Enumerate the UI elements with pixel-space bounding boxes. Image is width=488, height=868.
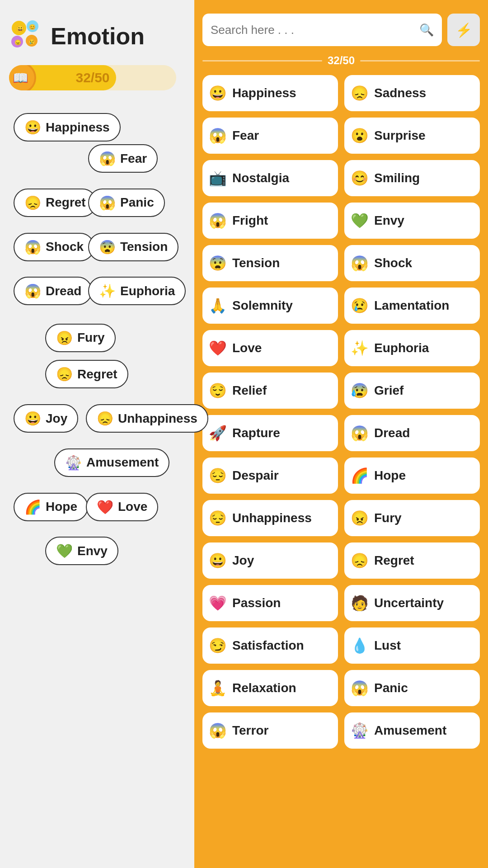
emotion-card[interactable]: 😱Terror — [202, 712, 338, 749]
emotion-card[interactable]: 🌈Hope — [344, 458, 480, 494]
left-panel: 😀 😊 😠 😢 Emotion 📖 32/50 😀Happiness😱Fear😞… — [0, 0, 194, 868]
emotion-emoji: 📺 — [209, 170, 227, 187]
word-chip[interactable]: 😞Regret — [14, 189, 97, 217]
emotion-card[interactable]: 🎡Amusement — [344, 712, 480, 749]
emotion-emoji: 😱 — [351, 255, 369, 272]
emotion-card[interactable]: 😔Unhappiness — [202, 500, 338, 536]
emotion-label: Happiness — [232, 86, 296, 100]
emotion-label: Panic — [374, 681, 408, 695]
emotion-emoji: 💗 — [209, 594, 227, 612]
emotion-emoji: 😀 — [209, 85, 227, 102]
emotion-card[interactable]: 😨Tension — [202, 245, 338, 281]
word-chip-emoji: ✨ — [99, 283, 116, 299]
word-chip-label: Regret — [77, 367, 117, 382]
word-chip[interactable]: 😱Shock — [14, 233, 94, 261]
emotion-card[interactable]: 🧘Relaxation — [202, 670, 338, 706]
word-chip[interactable]: 😠Fury — [45, 324, 116, 352]
emotion-emoji: 🙏 — [209, 297, 227, 314]
svg-text:😊: 😊 — [29, 24, 36, 30]
search-icon[interactable]: 🔍 — [419, 23, 434, 37]
emotion-card[interactable]: 😰Grief — [344, 373, 480, 409]
emotion-emoji: 😌 — [209, 382, 227, 399]
emotion-card[interactable]: 🧑Uncertainty — [344, 585, 480, 621]
word-chip[interactable]: 😀Joy — [14, 404, 78, 433]
emotion-label: Uncertainty — [374, 596, 444, 610]
svg-text:😢: 😢 — [28, 38, 35, 45]
emotion-card[interactable]: 😔Despair — [202, 458, 338, 494]
emotion-label: Lust — [374, 638, 401, 653]
emotion-emoji: ❤️ — [209, 340, 227, 357]
progress-text: 32/50 — [9, 70, 176, 85]
emotion-card[interactable]: 😱Fear — [202, 118, 338, 154]
word-chip[interactable]: ❤️Love — [86, 493, 158, 521]
emotion-card[interactable]: 🚀Rapture — [202, 415, 338, 451]
emotion-card[interactable]: 📺Nostalgia — [202, 160, 338, 196]
emotion-card[interactable]: ✨Euphoria — [344, 330, 480, 366]
word-chip[interactable]: 😀Happiness — [14, 113, 121, 142]
emotion-card[interactable]: 💗Passion — [202, 585, 338, 621]
emotion-emoji: 😞 — [351, 552, 369, 569]
emotion-emoji: 😀 — [209, 552, 227, 569]
search-row: 🔍 ⚡ — [202, 14, 480, 46]
counter-line-right — [360, 60, 480, 61]
emotion-label: Fright — [232, 213, 268, 228]
emotion-emoji: 😞 — [351, 85, 369, 102]
counter-row: 32/50 — [202, 54, 480, 67]
search-input-wrapper[interactable]: 🔍 — [202, 14, 442, 46]
search-input[interactable] — [211, 23, 419, 37]
app-logo: 😀 😊 😠 😢 — [9, 18, 45, 54]
emotion-card[interactable]: 😢Lamentation — [344, 288, 480, 324]
word-chip[interactable]: 😱Dread — [14, 277, 92, 305]
emotion-emoji: 😊 — [351, 170, 369, 187]
emotion-card[interactable]: ❤️Love — [202, 330, 338, 366]
word-chip[interactable]: 😱Panic — [88, 189, 165, 217]
emotion-emoji: 😰 — [351, 382, 369, 399]
emotion-card[interactable]: 🙏Solemnity — [202, 288, 338, 324]
emotion-card[interactable]: 😊Smiling — [344, 160, 480, 196]
word-chip-emoji: 😱 — [99, 195, 116, 211]
emotion-card[interactable]: 💧Lust — [344, 627, 480, 664]
filter-button[interactable]: ⚡ — [447, 14, 480, 46]
emotion-card[interactable]: 😠Fury — [344, 500, 480, 536]
emotion-card[interactable]: 😌Relief — [202, 373, 338, 409]
emotion-card[interactable]: 😱Panic — [344, 670, 480, 706]
app-title: Emotion — [51, 23, 145, 50]
word-chip-label: Fury — [77, 330, 105, 345]
emotion-card[interactable]: 😱Fright — [202, 203, 338, 239]
emotion-card[interactable]: 😱Shock — [344, 245, 480, 281]
emotion-card[interactable]: 😏Satisfaction — [202, 627, 338, 664]
word-chip-emoji: ❤️ — [97, 499, 113, 515]
emotion-emoji: 😔 — [209, 467, 227, 484]
emotions-grid: 😀Happiness😞Sadness😱Fear😮Surprise📺Nostalg… — [202, 75, 480, 749]
emotion-label: Solemnity — [232, 298, 293, 313]
emotion-emoji: 😱 — [209, 127, 227, 144]
emotion-label: Grief — [374, 383, 404, 398]
emotion-card[interactable]: 😞Regret — [344, 542, 480, 579]
emotion-label: Unhappiness — [232, 511, 312, 525]
emotion-emoji: 😱 — [209, 722, 227, 739]
word-chip[interactable]: 😞Unhappiness — [86, 404, 208, 433]
word-chip[interactable]: 😞Regret — [45, 360, 128, 388]
emotion-label: Joy — [232, 553, 254, 568]
word-chip[interactable]: 😨Tension — [88, 233, 178, 261]
emotion-emoji: 🎡 — [351, 722, 369, 739]
word-chip-emoji: 😱 — [24, 239, 41, 255]
emotion-card[interactable]: 😱Dread — [344, 415, 480, 451]
word-chip-emoji: 😱 — [24, 283, 41, 299]
right-panel: 🔍 ⚡ 32/50 😀Happiness😞Sadness😱Fear😮Surpri… — [194, 0, 488, 868]
emotion-label: Relaxation — [232, 681, 296, 695]
emotion-card[interactable]: 😀Happiness — [202, 75, 338, 111]
emotion-label: Envy — [374, 213, 404, 228]
word-chip[interactable]: 💚Envy — [45, 537, 118, 565]
word-chip-emoji: 😀 — [24, 119, 41, 135]
emotion-card[interactable]: 😞Sadness — [344, 75, 480, 111]
svg-text:😀: 😀 — [16, 25, 24, 33]
word-chip[interactable]: ✨Euphoria — [88, 277, 186, 305]
word-chip[interactable]: 🌈Hope — [14, 493, 88, 521]
word-chip[interactable]: 😱Fear — [88, 144, 158, 173]
emotion-card[interactable]: 💚Envy — [344, 203, 480, 239]
emotion-emoji: 😱 — [209, 212, 227, 229]
word-chip[interactable]: 🎡Amusement — [54, 448, 169, 477]
emotion-card[interactable]: 😀Joy — [202, 542, 338, 579]
emotion-card[interactable]: 😮Surprise — [344, 118, 480, 154]
